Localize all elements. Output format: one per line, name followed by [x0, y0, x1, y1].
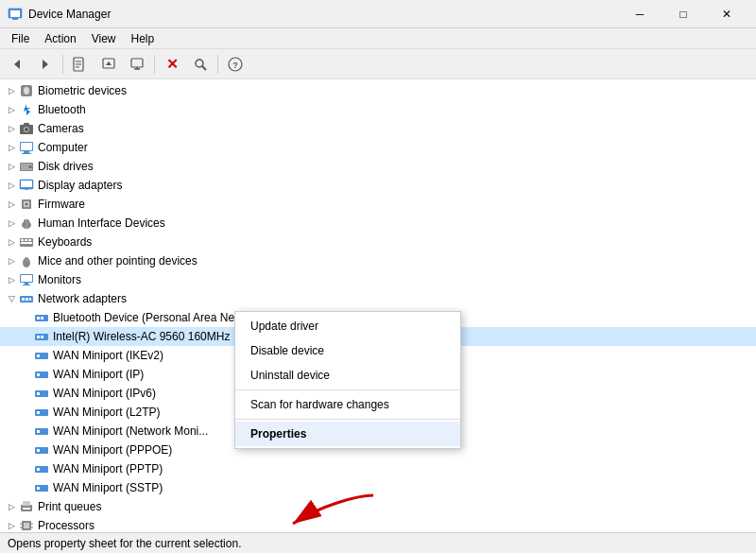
update-driver-button[interactable] [95, 52, 122, 77]
svg-rect-53 [22, 298, 25, 301]
tree-item-biometric[interactable]: ▷ Biometric devices [0, 81, 756, 100]
window-controls: ─ □ ✕ [618, 0, 748, 28]
status-text: Opens property sheet for the current sel… [8, 537, 241, 550]
context-separator-1 [235, 389, 460, 390]
mice-icon [19, 253, 34, 268]
tree-item-wan-sstp[interactable]: WAN Miniport (SSTP) [0, 478, 756, 497]
menu-view[interactable]: View [84, 30, 124, 47]
uninstall-button[interactable]: ✕ [159, 52, 185, 77]
tree-item-keyboards[interactable]: ▷ Keyboards [0, 233, 756, 251]
tree-item-computer[interactable]: ▷ Computer [0, 138, 756, 157]
tree-item-cameras[interactable]: ▷ Cameras [0, 119, 756, 138]
app-icon [8, 7, 23, 22]
wan-pppoe-icon [34, 442, 49, 458]
context-separator-2 [235, 419, 460, 420]
expand-biometric[interactable]: ▷ [4, 83, 19, 98]
close-button[interactable]: ✕ [705, 0, 748, 28]
tree-item-bluetooth[interactable]: ▷ Bluetooth [0, 100, 756, 119]
expand-keyboards[interactable]: ▷ [4, 234, 19, 250]
toolbar-separator-1 [62, 55, 63, 74]
context-scan-hardware[interactable]: Scan for hardware changes [235, 392, 460, 417]
svg-rect-79 [23, 501, 30, 506]
tree-item-printqueues[interactable]: ▷ Print queues [0, 497, 756, 516]
wan-ikev2-icon [34, 348, 49, 363]
displayadapters-icon [19, 178, 34, 193]
expand-bluetooth[interactable]: ▷ [4, 102, 19, 117]
expand-mice[interactable]: ▷ [4, 253, 19, 268]
tree-item-mice[interactable]: ▷ Mice and other pointing devices [0, 251, 756, 270]
wan-pptp-icon [34, 461, 49, 476]
wan-ipv6-label: WAN Miniport (IPv6) [53, 387, 156, 400]
status-bar: Opens property sheet for the current sel… [0, 532, 756, 553]
expand-printqueues[interactable]: ▷ [4, 499, 19, 514]
maximize-button[interactable]: □ [662, 0, 705, 28]
expand-networkadapters[interactable]: ▽ [4, 291, 19, 306]
tree-item-wan-pptp[interactable]: WAN Miniport (PPTP) [0, 459, 756, 478]
processors-label: Processors [38, 519, 94, 532]
menu-file[interactable]: File [4, 30, 37, 47]
networkadapters-icon [19, 291, 34, 306]
tree-item-processors[interactable]: ▷ Processors [0, 516, 756, 532]
wan-ikev2-label: WAN Miniport (IKEv2) [53, 349, 163, 362]
expand-computer[interactable]: ▷ [4, 140, 19, 155]
tree-item-firmware[interactable]: ▷ Firmware [0, 195, 756, 214]
svg-rect-75 [37, 468, 40, 471]
scan-button[interactable] [187, 52, 214, 77]
device-tree[interactable]: ▷ Biometric devices ▷ Bluetooth ▷ Camera… [0, 79, 756, 532]
context-update-driver[interactable]: Update driver [235, 314, 460, 338]
tree-item-displayadapters[interactable]: ▷ Display adapters [0, 176, 756, 195]
properties-button[interactable] [67, 52, 94, 77]
svg-point-14 [196, 60, 203, 67]
firmware-icon [19, 197, 34, 212]
monitors-icon [19, 272, 34, 287]
window-title: Device Manager [28, 8, 618, 21]
context-disable-device[interactable]: Disable device [235, 338, 460, 363]
svg-rect-51 [23, 285, 30, 285]
svg-rect-54 [26, 298, 28, 301]
svg-point-22 [26, 129, 28, 131]
computer-label: Computer [38, 141, 88, 154]
svg-marker-3 [14, 60, 20, 69]
svg-rect-63 [37, 354, 40, 357]
expand-cameras[interactable]: ▷ [4, 121, 19, 136]
tree-item-hid[interactable]: ▷ Human Interface Devices [0, 214, 756, 233]
printqueues-label: Print queues [38, 500, 101, 513]
context-properties[interactable]: Properties [235, 422, 460, 446]
context-uninstall-device[interactable]: Uninstall device [235, 363, 460, 388]
wan-pptp-label: WAN Miniport (PPTP) [53, 462, 163, 475]
tree-item-diskdrives[interactable]: ▷ Disk drives [0, 157, 756, 176]
minimize-button[interactable]: ─ [618, 0, 662, 28]
tree-item-monitors[interactable]: ▷ Monitors [0, 270, 756, 289]
tree-item-networkadapters[interactable]: ▽ Network adapters [0, 289, 756, 308]
displayadapters-label: Display adapters [38, 179, 122, 192]
svg-rect-55 [29, 298, 31, 301]
expand-processors[interactable]: ▷ [4, 518, 19, 532]
svg-marker-10 [106, 61, 112, 65]
toolbar-separator-2 [154, 55, 155, 74]
svg-rect-61 [41, 336, 43, 338]
biometric-label: Biometric devices [38, 84, 127, 97]
svg-rect-65 [37, 373, 40, 376]
svg-rect-60 [37, 336, 40, 338]
forward-button[interactable] [32, 52, 59, 77]
context-menu: Update driver Disable device Uninstall d… [234, 311, 461, 449]
svg-rect-1 [10, 10, 20, 17]
svg-rect-26 [24, 151, 29, 153]
svg-rect-50 [25, 283, 28, 285]
menu-help[interactable]: Help [124, 30, 163, 47]
back-button[interactable] [4, 52, 30, 77]
expand-hid[interactable]: ▷ [4, 216, 19, 231]
svg-text:?: ? [232, 60, 238, 70]
help-toolbar-button[interactable]: ? [222, 52, 249, 77]
intel-wireless-icon [34, 329, 49, 344]
mice-label: Mice and other pointing devices [38, 254, 198, 268]
expand-monitors[interactable]: ▷ [4, 272, 19, 287]
scan-hardware-button[interactable] [124, 52, 150, 77]
svg-rect-77 [37, 487, 40, 490]
expand-displayadapters[interactable]: ▷ [4, 178, 19, 193]
cameras-icon [19, 121, 34, 136]
firmware-label: Firmware [38, 198, 85, 211]
expand-firmware[interactable]: ▷ [4, 197, 19, 212]
expand-diskdrives[interactable]: ▷ [4, 159, 19, 174]
menu-action[interactable]: Action [37, 30, 83, 47]
